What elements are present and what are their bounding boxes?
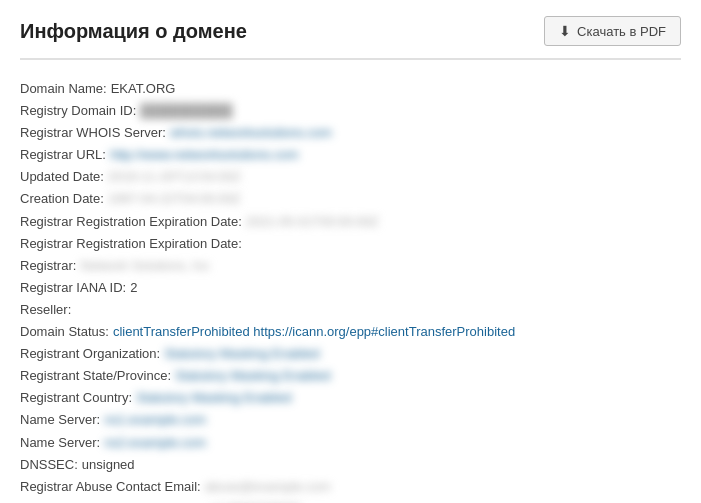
- field-label: Registrar URL:: [20, 144, 106, 166]
- table-row: Updated Date: 2019-11-20T13:54:00Z: [20, 166, 681, 188]
- table-row: DNSSEC: unsigned: [20, 454, 681, 476]
- main-container: Информация о домене ⬇ Скачать в PDF Doma…: [0, 0, 701, 503]
- domain-info-table: Domain Name: EKAT.ORGRegistry Domain ID:…: [20, 78, 681, 503]
- field-value[interactable]: Statutory Masking Enabled: [175, 365, 330, 387]
- field-label: Domain Name:: [20, 78, 107, 100]
- table-row: Registrant Organization: Statutory Maski…: [20, 343, 681, 365]
- page-title: Информация о домене: [20, 20, 247, 43]
- field-label: Registrar IANA ID:: [20, 277, 126, 299]
- table-row: Registrar URL: http://www.networksolutio…: [20, 144, 681, 166]
- field-label: Registrar Abuse Contact Phone:: [20, 498, 206, 503]
- field-label: Registry Domain ID:: [20, 100, 136, 122]
- table-row: Domain Name: EKAT.ORG: [20, 78, 681, 100]
- page-header: Информация о домене ⬇ Скачать в PDF: [20, 16, 681, 60]
- field-label: Registrant Country:: [20, 387, 132, 409]
- field-value: EKAT.ORG: [111, 78, 176, 100]
- field-value[interactable]: ns1.example.com: [104, 409, 206, 431]
- table-row: Registrar: Network Solutions, Inc: [20, 255, 681, 277]
- field-value: unsigned: [82, 454, 135, 476]
- field-value[interactable]: Statutory Masking Enabled: [136, 387, 291, 409]
- table-row: Registry Domain ID: ██████████: [20, 100, 681, 122]
- field-value: ██████████: [140, 100, 232, 122]
- pdf-button-label: Скачать в PDF: [577, 24, 666, 39]
- table-row: Registrar WHOIS Server: whois.networksol…: [20, 122, 681, 144]
- field-label: Creation Date:: [20, 188, 104, 210]
- field-value[interactable]: http://www.networksolutions.com: [110, 144, 299, 166]
- table-row: Creation Date: 1997-04-22T04:00:00Z: [20, 188, 681, 210]
- field-value: 1997-04-22T04:00:00Z: [108, 188, 241, 210]
- field-value: +1.8003338000: [210, 498, 301, 503]
- field-label: Registrar Abuse Contact Email:: [20, 476, 201, 498]
- field-label: Reseller:: [20, 299, 71, 321]
- field-label: DNSSEC:: [20, 454, 78, 476]
- table-row: Name Server: ns1.example.com: [20, 409, 681, 431]
- field-value: Network Solutions, Inc: [80, 255, 209, 277]
- field-label: Registrant Organization:: [20, 343, 160, 365]
- table-row: Registrant Country: Statutory Masking En…: [20, 387, 681, 409]
- field-value: abuse@example.com: [205, 476, 331, 498]
- field-value: 2021-05-01T00:00:00Z: [246, 211, 379, 233]
- field-value: 2019-11-20T13:54:00Z: [108, 166, 241, 188]
- field-label: Registrar WHOIS Server:: [20, 122, 166, 144]
- field-value: 2: [130, 277, 137, 299]
- field-label: Registrar:: [20, 255, 76, 277]
- field-label: Domain Status:: [20, 321, 109, 343]
- field-label: Updated Date:: [20, 166, 104, 188]
- pdf-download-button[interactable]: ⬇ Скачать в PDF: [544, 16, 681, 46]
- table-row: Registrar Registration Expiration Date: …: [20, 211, 681, 233]
- table-row: Domain Status: clientTransferProhibited …: [20, 321, 681, 343]
- table-row: Registrar Abuse Contact Email: abuse@exa…: [20, 476, 681, 498]
- table-row: Registrar IANA ID: 2: [20, 277, 681, 299]
- field-value[interactable]: Statutory Masking Enabled: [164, 343, 319, 365]
- field-value[interactable]: clientTransferProhibited https://icann.o…: [113, 321, 515, 343]
- field-value[interactable]: ns2.example.com: [104, 432, 206, 454]
- field-label: Registrant State/Province:: [20, 365, 171, 387]
- table-row: Reseller:: [20, 299, 681, 321]
- table-row: Registrar Abuse Contact Phone: +1.800333…: [20, 498, 681, 503]
- field-label: Registrar Registration Expiration Date:: [20, 211, 242, 233]
- table-row: Registrar Registration Expiration Date:: [20, 233, 681, 255]
- download-icon: ⬇: [559, 23, 571, 39]
- table-row: Name Server: ns2.example.com: [20, 432, 681, 454]
- field-label: Name Server:: [20, 432, 100, 454]
- field-label: Name Server:: [20, 409, 100, 431]
- field-label: Registrar Registration Expiration Date:: [20, 233, 242, 255]
- table-row: Registrant State/Province: Statutory Mas…: [20, 365, 681, 387]
- field-value[interactable]: whois.networksolutions.com: [170, 122, 332, 144]
